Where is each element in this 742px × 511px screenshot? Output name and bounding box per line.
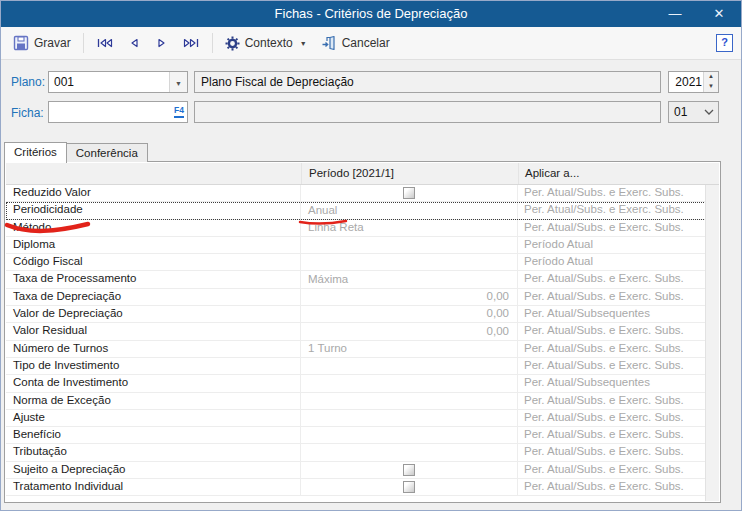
checkbox-icon[interactable]: [403, 464, 415, 476]
period-value-text: 1 Turno: [308, 341, 509, 357]
exit-door-icon: [321, 35, 337, 51]
plano-dropdown-arrow[interactable]: ▼: [169, 72, 187, 92]
table-row[interactable]: Código Fiscal Período Atual: [6, 254, 706, 271]
cancel-button[interactable]: Cancelar: [314, 31, 397, 55]
period-value-cell[interactable]: 0,00: [301, 306, 518, 322]
criteria-label: Sujeito a Depreciação: [6, 462, 301, 478]
table-row[interactable]: Taxa de Depreciação 0,00 Per. Atual/Subs…: [6, 289, 706, 306]
table-row[interactable]: Ajuste Per. Atual/Subs. e Exerc. Subs.: [6, 410, 706, 427]
checkbox-icon[interactable]: [403, 481, 415, 493]
tab-conferencia[interactable]: Conferência: [67, 143, 148, 162]
tab-page-criterios: Período [2021/1] Aplicar a... Reduzido V…: [4, 161, 721, 503]
cancel-label: Cancelar: [342, 36, 390, 50]
spin-down-button[interactable]: ▼: [704, 82, 718, 92]
table-row[interactable]: Tipo de Investimento Per. Atual/Subs. e …: [6, 358, 706, 375]
apply-to-cell: Per. Atual/Subs. e Exerc. Subs.: [518, 341, 706, 357]
app-window: Fichas - Critérios de Depreciação — ✕ Gr…: [0, 0, 742, 511]
period-value-cell[interactable]: [301, 462, 518, 478]
period-value-cell[interactable]: [301, 358, 518, 374]
period-value-cell[interactable]: 1 Turno: [301, 341, 518, 357]
minimize-button[interactable]: —: [653, 1, 697, 27]
period-value-cell[interactable]: [301, 444, 518, 460]
criteria-label: Tributação: [6, 444, 301, 460]
last-record-icon: [183, 35, 200, 51]
help-button[interactable]: ?: [716, 34, 733, 52]
grid-rows: Reduzido Valor Per. Atual/Subs. e Exerc.…: [6, 185, 706, 501]
table-row[interactable]: Periodicidade Anual Per. Atual/Subs. e E…: [6, 202, 706, 219]
criteria-label: Número de Turnos: [6, 341, 301, 357]
apply-to-cell: Per. Atual/Subs. e Exerc. Subs.: [518, 479, 706, 495]
apply-to-cell: Per. Atual/Subs. e Exerc. Subs.: [518, 202, 706, 218]
period-value-cell[interactable]: [301, 410, 518, 426]
table-row[interactable]: Norma de Exceção Per. Atual/Subs. e Exer…: [6, 393, 706, 410]
period-select[interactable]: 01: [668, 101, 719, 123]
period-value-cell[interactable]: [301, 427, 518, 443]
criteria-label: Tratamento Individual: [6, 479, 301, 495]
nav-next-button[interactable]: [148, 31, 176, 55]
save-label: Gravar: [34, 36, 71, 50]
tab-criterios[interactable]: Critérios: [4, 142, 67, 163]
contexto-button[interactable]: Contexto ▼: [218, 32, 314, 55]
criteria-label: Conta de Investimento: [6, 375, 301, 391]
period-value-cell[interactable]: 0,00: [301, 289, 518, 305]
close-button[interactable]: ✕: [697, 1, 741, 27]
table-row[interactable]: Conta de Investimento Per. Atual/Subsequ…: [6, 375, 706, 392]
ficha-input[interactable]: F4: [48, 101, 188, 123]
period-value-cell[interactable]: Linha Reta: [301, 220, 518, 236]
period-value-text: 0,00: [308, 324, 509, 340]
nav-last-button[interactable]: [176, 31, 207, 55]
table-header-row: Período [2021/1] Aplicar a...: [6, 163, 719, 185]
tab-strip: Critérios Conferência: [4, 141, 148, 162]
criteria-label: Ajuste: [6, 410, 301, 426]
previous-record-icon: [127, 35, 141, 51]
period-value-cell[interactable]: 0,00: [301, 323, 518, 339]
period-value-cell[interactable]: [301, 393, 518, 409]
period-value-cell[interactable]: Máxima: [301, 271, 518, 287]
table-row[interactable]: Benefício Per. Atual/Subs. e Exerc. Subs…: [6, 427, 706, 444]
table-row[interactable]: Reduzido Valor Per. Atual/Subs. e Exerc.…: [6, 185, 706, 202]
apply-to-cell: Período Atual: [518, 254, 706, 270]
toolbar-separator: [212, 33, 213, 53]
apply-to-cell: Per. Atual/Subs. e Exerc. Subs.: [518, 462, 706, 478]
apply-to-cell: Per. Atual/Subs. e Exerc. Subs.: [518, 393, 706, 409]
table-row[interactable]: Tributação Per. Atual/Subs. e Exerc. Sub…: [6, 444, 706, 461]
first-record-icon: [96, 35, 113, 51]
criteria-label: Taxa de Processamento: [6, 271, 301, 287]
table-row[interactable]: Sujeito a Depreciação Per. Atual/Subs. e…: [6, 462, 706, 479]
f4-lookup-icon[interactable]: F4: [174, 105, 184, 118]
nav-previous-button[interactable]: [120, 31, 148, 55]
table-row[interactable]: Valor de Depreciação 0,00 Per. Atual/Sub…: [6, 306, 706, 323]
apply-to-cell: Per. Atual/Subsequentes: [518, 375, 706, 391]
criteria-label: Tipo de Investimento: [6, 358, 301, 374]
spin-up-button[interactable]: ▲: [704, 72, 718, 82]
chevron-down-icon: ▼: [175, 80, 182, 87]
nav-first-button[interactable]: [89, 31, 120, 55]
apply-to-cell: Per. Atual/Subs. e Exerc. Subs.: [518, 410, 706, 426]
period-value-cell[interactable]: [301, 375, 518, 391]
period-value-cell[interactable]: [301, 479, 518, 495]
checkbox-icon[interactable]: [403, 187, 415, 199]
period-value-cell[interactable]: [301, 237, 518, 253]
year-spinner[interactable]: 2021 ▲ ▼: [668, 71, 719, 93]
criteria-label: Taxa de Depreciação: [6, 289, 301, 305]
period-value-cell[interactable]: [301, 185, 518, 201]
table-row[interactable]: Valor Residual 0,00 Per. Atual/Subs. e E…: [6, 323, 706, 340]
period-value-text: Anual: [308, 203, 509, 219]
table-row[interactable]: Taxa de Processamento Máxima Per. Atual/…: [6, 271, 706, 288]
criteria-label: Benefício: [6, 427, 301, 443]
apply-to-cell: Per. Atual/Subs. e Exerc. Subs.: [518, 271, 706, 287]
table-row[interactable]: Diploma Período Atual: [6, 237, 706, 254]
ficha-description-field: [194, 101, 661, 123]
gear-icon: [225, 36, 240, 51]
plano-combobox[interactable]: 001 ▼: [48, 71, 188, 93]
period-value-cell[interactable]: [301, 254, 518, 270]
period-value-cell[interactable]: Anual: [301, 202, 518, 218]
table-row[interactable]: Tratamento Individual Per. Atual/Subs. e…: [6, 479, 706, 496]
criteria-table: Período [2021/1] Aplicar a... Reduzido V…: [6, 163, 719, 501]
toolbar: Gravar: [1, 27, 741, 60]
table-row[interactable]: Número de Turnos 1 Turno Per. Atual/Subs…: [6, 341, 706, 358]
table-gutter: [705, 185, 719, 501]
save-button[interactable]: Gravar: [6, 31, 78, 55]
table-row[interactable]: Método Linha Reta Per. Atual/Subs. e Exe…: [6, 220, 706, 237]
period-value-text: 0,00: [308, 289, 509, 305]
